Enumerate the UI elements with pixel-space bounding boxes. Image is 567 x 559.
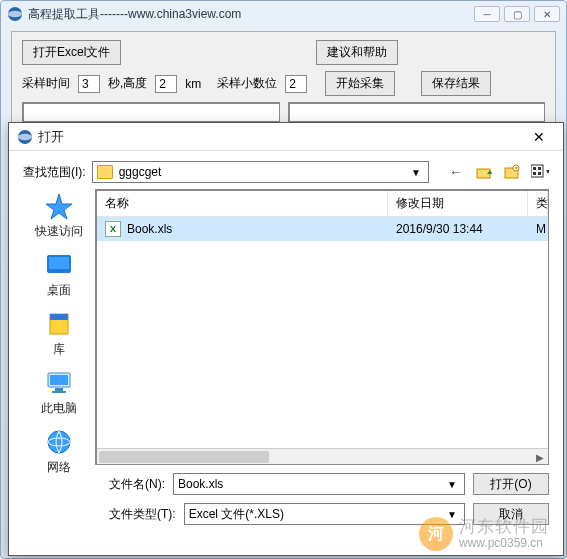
decimals-input[interactable] [285,75,307,93]
filename-label: 文件名(N): [109,476,165,493]
svg-rect-20 [55,388,63,391]
dialog-app-icon [17,129,33,145]
filetype-value: Excel 文件(*.XLS) [189,506,444,523]
output-pane-left [22,102,280,122]
svg-rect-11 [533,172,536,175]
dialog-content: 快速访问 桌面 库 此电脑 网络 名称 修改日期 类 [23,189,549,465]
open-file-dialog: 打开 ✕ 查找范围(I): gggcget ▼ ← ✦ ▾ 快速访问 桌面 [8,122,564,556]
svg-rect-10 [538,167,541,170]
chevron-down-icon[interactable]: ▼ [444,479,460,490]
cancel-button[interactable]: 取消 [473,503,549,525]
scrollbar-thumb[interactable] [99,451,269,463]
dialog-titlebar: 打开 ✕ [9,123,563,151]
sidebar-item-quick-access[interactable]: 快速访问 [35,191,83,240]
sidebar-item-network[interactable]: 网络 [43,427,75,476]
file-list-body[interactable]: X Book.xls 2016/9/30 13:44 M [97,217,548,448]
libraries-icon [43,309,75,339]
sidebar-item-libraries[interactable]: 库 [43,309,75,358]
sidebar-item-label: 网络 [47,459,71,476]
main-title: 高程提取工具-------www.china3view.com [28,6,474,23]
nav-icons: ← ✦ ▾ [447,163,549,181]
scroll-right-icon[interactable]: ▶ [532,449,548,465]
dialog-title: 打开 [38,128,523,146]
this-pc-icon [43,368,75,398]
filetype-label: 文件类型(T): [109,506,176,523]
help-button[interactable]: 建议和帮助 [316,40,398,65]
svg-rect-21 [52,391,66,393]
xls-file-icon: X [105,221,121,237]
column-type[interactable]: 类 [528,191,548,216]
up-folder-icon[interactable] [475,163,493,181]
svg-point-3 [18,133,32,139]
sample-time-label: 采样时间 [22,75,70,92]
svg-rect-8 [531,165,543,177]
sidebar-item-label: 此电脑 [41,400,77,417]
file-type: M [528,218,548,240]
km-label: km [185,77,201,91]
svg-text:✦: ✦ [514,165,519,171]
start-collect-button[interactable]: 开始采集 [325,71,395,96]
sidebar-item-label: 桌面 [47,282,71,299]
folder-icon [97,165,113,179]
dialog-bottom: 文件名(N): Book.xls ▼ 打开(O) 文件类型(T): Excel … [9,465,563,525]
file-list-header: 名称 修改日期 类 [97,191,548,217]
file-name: Book.xls [127,222,172,236]
main-titlebar: 高程提取工具-------www.china3view.com ─ ▢ ✕ [1,1,566,27]
column-date[interactable]: 修改日期 [388,191,528,216]
file-list: 名称 修改日期 类 X Book.xls 2016/9/30 13:44 M ▶ [95,189,549,465]
network-icon [43,427,75,457]
chevron-down-icon[interactable]: ▼ [444,509,460,520]
svg-point-22 [48,431,70,453]
decimals-label: 采样小数位 [217,75,277,92]
svg-point-1 [8,11,22,17]
svg-text:▾: ▾ [546,167,549,176]
back-icon[interactable]: ← [447,163,465,181]
open-excel-button[interactable]: 打开Excel文件 [22,40,121,65]
open-button[interactable]: 打开(O) [473,473,549,495]
window-buttons: ─ ▢ ✕ [474,6,560,22]
column-name[interactable]: 名称 [97,191,388,216]
new-folder-icon[interactable]: ✦ [503,163,521,181]
quick-access-icon [43,191,75,221]
file-row[interactable]: X Book.xls 2016/9/30 13:44 M [97,217,548,241]
lookup-label: 查找范围(I): [23,164,86,181]
filename-value: Book.xls [178,477,444,491]
minimize-button[interactable]: ─ [474,6,500,22]
svg-rect-17 [50,314,68,320]
output-pane-right [288,102,546,122]
lookup-value: gggcget [119,165,408,179]
view-menu-icon[interactable]: ▾ [531,163,549,181]
lookup-row: 查找范围(I): gggcget ▼ ← ✦ ▾ [9,151,563,189]
file-date: 2016/9/30 13:44 [388,218,528,240]
seconds-height-label: 秒,高度 [108,75,147,92]
lookup-combo[interactable]: gggcget ▼ [92,161,429,183]
sidebar-item-this-pc[interactable]: 此电脑 [41,368,77,417]
dialog-close-button[interactable]: ✕ [523,126,555,148]
desktop-icon [43,250,75,280]
close-button[interactable]: ✕ [534,6,560,22]
svg-rect-12 [538,172,541,175]
sample-time-input[interactable] [78,75,100,93]
output-panes [22,102,545,122]
horizontal-scrollbar[interactable]: ▶ [97,448,548,464]
svg-rect-9 [533,167,536,170]
sidebar-item-label: 库 [53,341,65,358]
chevron-down-icon[interactable]: ▼ [408,167,424,178]
filetype-field[interactable]: Excel 文件(*.XLS) ▼ [184,503,465,525]
places-sidebar: 快速访问 桌面 库 此电脑 网络 [23,189,95,465]
svg-rect-15 [49,257,69,269]
maximize-button[interactable]: ▢ [504,6,530,22]
filename-field[interactable]: Book.xls ▼ [173,473,465,495]
save-result-button[interactable]: 保存结果 [421,71,491,96]
svg-rect-19 [50,375,68,385]
sidebar-item-label: 快速访问 [35,223,83,240]
app-icon [7,6,23,22]
sidebar-item-desktop[interactable]: 桌面 [43,250,75,299]
height-input[interactable] [155,75,177,93]
